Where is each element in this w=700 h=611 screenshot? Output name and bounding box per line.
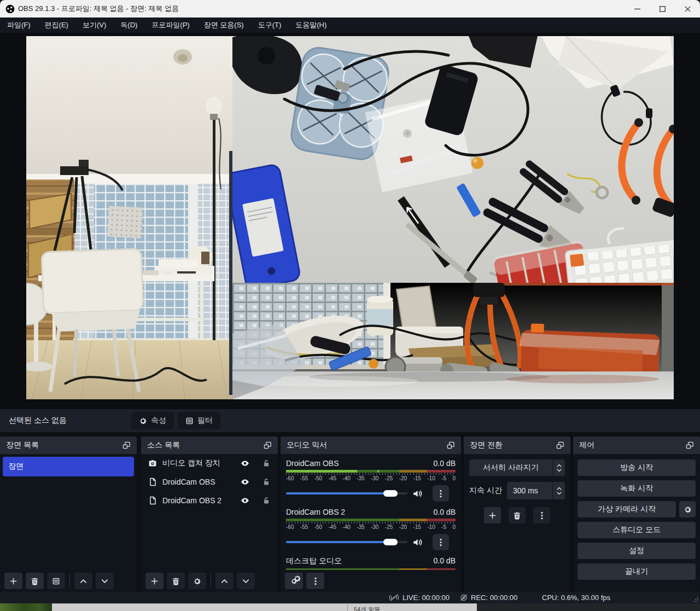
advanced-audio-button[interactable]: [285, 573, 303, 589]
menu-profile[interactable]: 프로파일(P): [144, 18, 196, 33]
source-move-down-button[interactable]: [237, 573, 255, 589]
duration-label: 지속 시간: [469, 486, 502, 496]
transitions-dock-title: 장면 전환: [470, 440, 503, 450]
duration-spin-arrows[interactable]: [552, 482, 565, 499]
file-source-icon: [148, 496, 157, 505]
menu-docks[interactable]: 독(D): [113, 18, 144, 33]
studio-mode-button[interactable]: 스튜디오 모드: [578, 522, 696, 538]
scenes-dock-header[interactable]: 장면 목록: [0, 437, 137, 454]
meter-tick-label: -5: [441, 524, 446, 530]
start-recording-button[interactable]: 녹화 시작: [578, 480, 696, 497]
mixer-channel-name: 데스크탑 오디오: [286, 556, 342, 566]
plus-icon: [9, 577, 18, 585]
volume-meter: [286, 470, 456, 473]
menu-view[interactable]: 보기(V): [75, 18, 113, 33]
speaker-icon[interactable]: [412, 538, 423, 547]
controls-dock-title: 제어: [579, 440, 594, 450]
source-row[interactable]: DroidCam OBS: [141, 473, 278, 491]
obs-window: OBS 29.1.3 - 프로파일: 제목 없음 - 장면: 제목 없음 파일(…: [0, 0, 700, 611]
duration-spinbox[interactable]: 300 ms: [507, 482, 565, 499]
kebab-menu-icon: [440, 538, 442, 546]
volume-slider[interactable]: [286, 490, 407, 497]
rec-time: REC: 00:00:00: [471, 593, 517, 602]
minimize-button[interactable]: [625, 0, 650, 18]
source-move-up-button[interactable]: [215, 573, 234, 589]
visibility-eye-icon[interactable]: [241, 459, 249, 468]
menu-help[interactable]: 도움말(H): [288, 18, 334, 33]
chevron-down-icon: [242, 577, 250, 585]
mixer-dock-header[interactable]: 오디오 믹서: [281, 437, 461, 454]
caret-up-icon: [557, 487, 562, 490]
channel-menu-button[interactable]: [433, 534, 449, 550]
menu-edit[interactable]: 편집(E): [38, 18, 75, 33]
video-capture-icon: [148, 459, 157, 468]
speaker-icon[interactable]: [412, 489, 423, 498]
start-streaming-button[interactable]: 방송 시작: [578, 459, 696, 476]
lock-icon[interactable]: [262, 478, 271, 486]
menu-scene-collection[interactable]: 장면 모음(S): [197, 18, 251, 33]
mixer-channel: DroidCam OBS 0.0 dB -60-55-50-45-40-35-3…: [286, 459, 456, 502]
meter-tick-label: -50: [314, 524, 322, 530]
visibility-eye-icon[interactable]: [241, 478, 249, 486]
source-properties-button[interactable]: [188, 573, 206, 589]
chevron-down-icon: [101, 577, 109, 585]
remove-scene-button[interactable]: [26, 573, 44, 589]
preview-video-desk-closeup[interactable]: [232, 283, 674, 399]
add-source-button[interactable]: [145, 573, 164, 589]
mixer-channel: DroidCam OBS 2 0.0 dB -60-55-50-45-40-35…: [286, 508, 456, 550]
scene-move-down-button[interactable]: [96, 573, 114, 589]
mixer-channel: 데스크탑 오디오 0.0 dB -60-55-50-45-40-35-30-25…: [286, 556, 456, 570]
properties-button[interactable]: 속성: [131, 412, 174, 429]
transition-menu-button[interactable]: [533, 507, 550, 523]
preview-video-room[interactable]: [26, 36, 232, 399]
scene-item[interactable]: 장면: [3, 457, 134, 476]
add-transition-button[interactable]: [484, 507, 501, 523]
volume-slider-handle[interactable]: [383, 539, 398, 545]
meter-tick-label: -25: [385, 475, 393, 481]
scene-move-up-button[interactable]: [74, 573, 92, 589]
popout-icon: [686, 441, 694, 449]
resize-grip[interactable]: [693, 597, 698, 602]
transitions-dock-header[interactable]: 장면 전환: [464, 437, 570, 454]
controls-dock-header[interactable]: 제어: [573, 437, 700, 454]
transition-select-arrows[interactable]: [552, 459, 565, 476]
scenes-dock-title: 장면 목록: [6, 440, 39, 450]
title-bar[interactable]: OBS 29.1.3 - 프로파일: 제목 없음 - 장면: 제목 없음: [0, 0, 700, 18]
preview-canvas[interactable]: [0, 33, 700, 409]
lock-icon[interactable]: [262, 496, 271, 505]
scenes-dock: 장면 목록 장면: [0, 437, 137, 592]
source-list: 비디오 캡쳐 장치 DroidCam OBS: [141, 454, 278, 570]
duration-value: 300 ms: [507, 482, 552, 499]
meter-tick-label: -15: [413, 475, 421, 481]
transition-select[interactable]: 서서히 사라지기: [469, 459, 565, 476]
meter-scale: -60-55-50-45-40-35-30-25-20-15-10-50: [286, 475, 456, 481]
add-scene-button[interactable]: [4, 573, 22, 589]
start-virtual-camera-button[interactable]: 가상 카메라 시작: [578, 501, 676, 517]
small-gear-icon: [293, 574, 301, 583]
sources-dock-header[interactable]: 소스 목록: [141, 437, 278, 454]
source-row[interactable]: DroidCam OBS 2: [141, 491, 278, 510]
remove-source-button[interactable]: [167, 573, 185, 589]
visibility-eye-icon[interactable]: [241, 496, 249, 505]
menu-file[interactable]: 파일(F): [0, 18, 38, 33]
scene-filters-button[interactable]: [47, 573, 65, 589]
volume-slider[interactable]: [286, 538, 407, 546]
channel-menu-button[interactable]: [433, 485, 449, 502]
window-controls: [625, 0, 700, 18]
remove-transition-button[interactable]: [509, 507, 526, 523]
source-row[interactable]: 비디오 캡쳐 장치: [141, 454, 278, 473]
virtual-camera-settings-button[interactable]: [679, 501, 696, 517]
filters-button[interactable]: 필터: [178, 412, 220, 429]
settings-button[interactable]: 설정: [578, 543, 696, 559]
maximize-button[interactable]: [650, 0, 675, 18]
scenes-toolbar: [0, 570, 137, 592]
menu-tools[interactable]: 도구(T): [251, 18, 289, 33]
volume-slider-handle[interactable]: [383, 490, 398, 497]
exit-button[interactable]: 끝내기: [578, 563, 696, 580]
close-button[interactable]: [675, 0, 700, 18]
lock-icon[interactable]: [262, 459, 271, 468]
preview-video-workbench[interactable]: [232, 36, 674, 283]
mixer-menu-button[interactable]: [306, 573, 324, 589]
popout-icon: [122, 441, 131, 449]
mixer-channel-volume: 0.0 dB: [434, 556, 456, 566]
